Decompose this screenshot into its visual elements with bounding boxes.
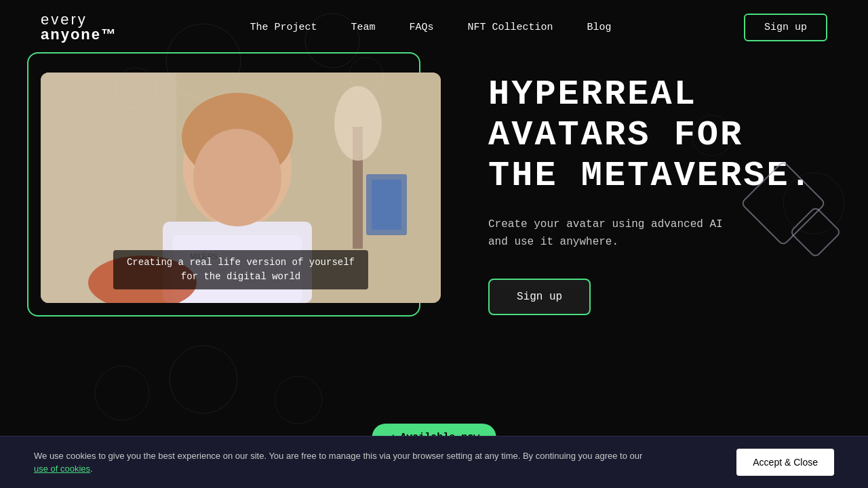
cookie-text: We use cookies to give you the best expe… — [34, 449, 644, 476]
right-content: HYPERREAL AVATARS FOR THE METAVERSE. Cre… — [488, 61, 827, 315]
nav-nft-collection[interactable]: NFT Collection — [468, 22, 553, 33]
video-container: MILERS Creating a real life version of y… — [41, 73, 448, 303]
logo-anyone: anyone™ — [41, 27, 117, 42]
cookie-banner: We use cookies to give you the best expe… — [0, 436, 868, 488]
svg-point-4 — [170, 346, 237, 413]
hero-signup-button[interactable]: Sign up — [488, 279, 591, 315]
nav-links: The Project Team FAQs NFT Collection Blo… — [250, 21, 611, 33]
nav-blog[interactable]: Blog — [587, 22, 612, 33]
nav-the-project[interactable]: The Project — [250, 22, 317, 33]
logo[interactable]: every anyone™ — [41, 12, 117, 42]
video-frame[interactable]: MILERS Creating a real life version of y… — [41, 73, 441, 303]
nav-team[interactable]: Team — [351, 22, 375, 33]
nav-faqs[interactable]: FAQs — [410, 22, 434, 33]
video-caption: Creating a real life version of yourself… — [113, 250, 368, 289]
hero-subtitle: Create your avatar using advanced AI and… — [488, 216, 760, 251]
svg-point-16 — [193, 129, 281, 226]
main-content: MILERS Creating a real life version of y… — [0, 61, 868, 315]
navbar: every anyone™ The Project Team FAQs NFT … — [0, 0, 868, 54]
svg-rect-21 — [372, 180, 401, 230]
cookie-policy-link[interactable]: use of cookies — [34, 464, 90, 474]
navbar-signup-button[interactable]: Sign up — [744, 14, 827, 41]
svg-point-12 — [334, 86, 382, 161]
logo-every: every — [41, 12, 117, 27]
svg-point-6 — [95, 366, 149, 420]
svg-point-5 — [275, 376, 322, 424]
cookie-accept-button[interactable]: Accept & Close — [736, 449, 834, 476]
